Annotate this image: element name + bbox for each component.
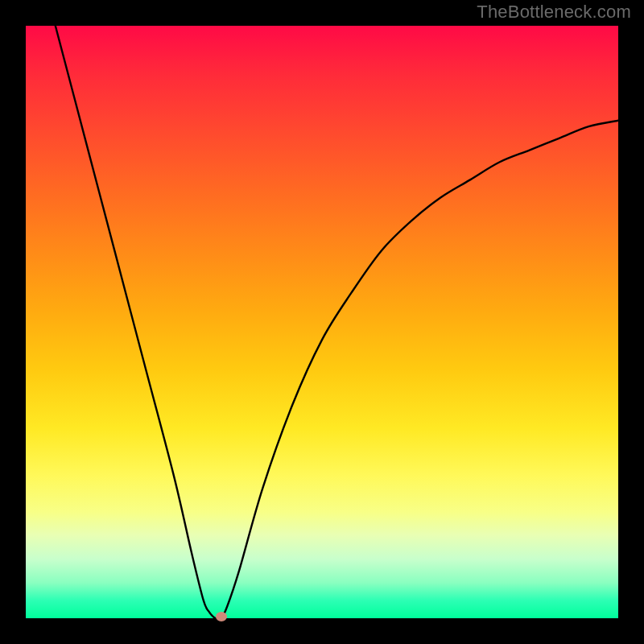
watermark-text: TheBottleneck.com xyxy=(477,2,631,23)
optimal-point-marker xyxy=(216,612,227,621)
bottleneck-curve xyxy=(26,26,618,618)
plot-area xyxy=(26,26,618,618)
